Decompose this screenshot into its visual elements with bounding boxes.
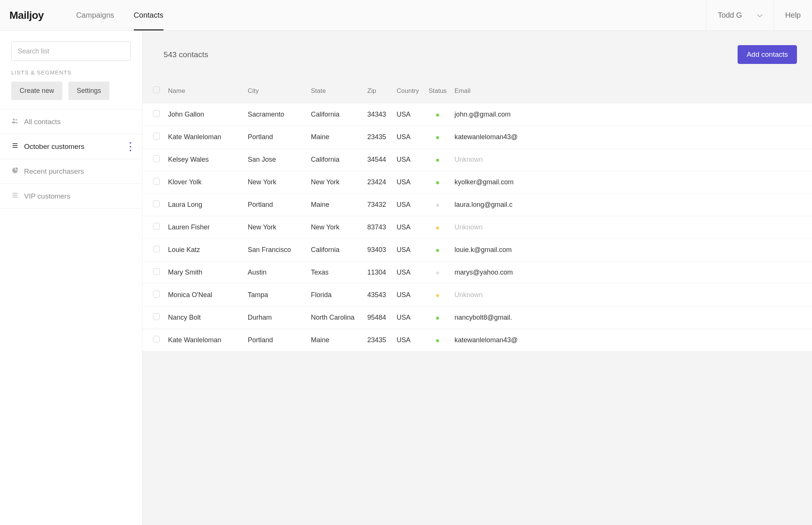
status-dot-icon [436,159,439,162]
col-header-country[interactable]: Country [393,80,424,103]
table-row[interactable]: Kate WanlelomanPortlandMaine23435USAkate… [142,329,812,352]
sidebar-item-label: October customers [24,143,85,151]
cell-state: New York [307,216,364,239]
cell-status [424,261,451,284]
status-dot-icon [436,181,439,184]
row-checkbox[interactable] [153,110,160,117]
row-checkbox[interactable] [153,178,160,185]
cell-status [424,103,451,126]
row-checkbox[interactable] [153,223,160,230]
cell-country: USA [393,284,424,307]
col-header-name[interactable]: Name [164,80,244,103]
table-row[interactable]: Laura LongPortlandMaine73432USAlaura.lon… [142,194,812,216]
row-checkbox[interactable] [153,155,160,162]
user-menu[interactable]: Todd G [706,0,773,30]
row-checkbox[interactable] [153,336,160,343]
table-row[interactable]: Lauren FisherNew YorkNew York83743USAUnk… [142,216,812,239]
cell-email: kyolker@gmail.com [451,171,812,194]
cell-zip: 34544 [364,149,393,171]
cell-status [424,307,451,329]
row-checkbox[interactable] [153,133,160,140]
cell-email: john.g@gmail.com [451,103,812,126]
settings-button[interactable]: Settings [68,82,109,100]
cell-city: Austin [244,261,307,284]
sidebar-item-label: All contacts [24,118,61,126]
help-link[interactable]: Help [774,0,812,30]
status-dot-icon [436,136,439,139]
cell-state: California [307,239,364,261]
more-icon[interactable] [127,142,134,151]
cell-state: California [307,149,364,171]
table-row[interactable]: Kelsey WalesSan JoseCalifornia34544USAUn… [142,149,812,171]
table-row[interactable]: Klover YolkNew YorkNew York23424USAkyolk… [142,171,812,194]
cell-email: louie.k@gmail.com [451,239,812,261]
row-checkbox[interactable] [153,246,160,252]
cell-country: USA [393,329,424,352]
col-header-state[interactable]: State [307,80,364,103]
row-checkbox[interactable] [153,200,160,207]
cell-zip: 23435 [364,126,393,149]
table-row[interactable]: John GallonSacramentoCalifornia34343USAj… [142,103,812,126]
logo: Mailjoy [9,9,44,21]
col-header-city[interactable]: City [244,80,307,103]
row-checkbox[interactable] [153,291,160,297]
contacts-count: 543 contacts [164,50,208,59]
cell-country: USA [393,307,424,329]
cell-zip: 43543 [364,284,393,307]
cell-state: Maine [307,329,364,352]
cell-name: Lauren Fisher [164,216,244,239]
row-checkbox[interactable] [153,313,160,320]
svg-point-0 [13,118,15,120]
cell-status [424,329,451,352]
status-dot-icon [436,204,439,207]
sidebar-item-recent-purchasers[interactable]: Recent purchasers [0,159,142,184]
status-dot-icon [436,339,439,342]
cell-name: Kate Wanleloman [164,126,244,149]
cell-city: San Francisco [244,239,307,261]
col-header-status[interactable]: Status [424,80,451,103]
add-contacts-button[interactable]: Add contacts [738,45,797,64]
cell-name: Laura Long [164,194,244,216]
cell-status [424,194,451,216]
select-all-checkbox[interactable] [153,86,160,93]
nav-campaigns[interactable]: Campaigns [66,0,124,30]
col-header-email[interactable]: Email [451,80,812,103]
cell-city: New York [244,171,307,194]
search-input[interactable] [11,41,131,61]
cell-state: North Carolina [307,307,364,329]
status-dot-icon [436,226,439,229]
cell-name: Louie Katz [164,239,244,261]
sidebar: LISTS & SEGMENTS Create new Settings All… [0,31,142,525]
table-row[interactable]: Monica O'NealTampaFlorida43543USAUnknown [142,284,812,307]
cell-country: USA [393,216,424,239]
pie-icon [11,167,19,176]
cell-country: USA [393,126,424,149]
sidebar-item-october-customers[interactable]: October customers [0,134,142,159]
status-dot-icon [436,317,439,320]
status-dot-icon [436,294,439,297]
sidebar-item-vip-customers[interactable]: VIP customers [0,184,142,209]
table-row[interactable]: Mary SmithAustinTexas11304USAmarys@yahoo… [142,261,812,284]
table-row[interactable]: Louie KatzSan FranciscoCalifornia93403US… [142,239,812,261]
row-checkbox[interactable] [153,268,160,275]
contacts-table: Name City State Zip Country Status Email… [142,80,812,352]
user-name: Todd G [718,11,742,20]
svg-point-1 [15,119,17,121]
cell-email: katewanleloman43@ [451,329,812,352]
cell-country: USA [393,194,424,216]
chevron-down-icon [757,11,762,20]
nav-contacts[interactable]: Contacts [124,0,173,30]
sidebar-item-all-contacts[interactable]: All contacts [0,109,142,134]
cell-email: nancybolt8@gmail. [451,307,812,329]
col-header-zip[interactable]: Zip [364,80,393,103]
cell-state: Maine [307,194,364,216]
table-row[interactable]: Kate WanlelomanPortlandMaine23435USAkate… [142,126,812,149]
cell-name: Klover Yolk [164,171,244,194]
cell-country: USA [393,149,424,171]
cell-zip: 83743 [364,216,393,239]
cell-city: Sacramento [244,103,307,126]
table-row[interactable]: Nancy BoltDurhamNorth Carolina95484USAna… [142,307,812,329]
create-new-button[interactable]: Create new [11,82,62,100]
people-icon [11,117,19,126]
sidebar-item-label: VIP customers [24,192,70,200]
